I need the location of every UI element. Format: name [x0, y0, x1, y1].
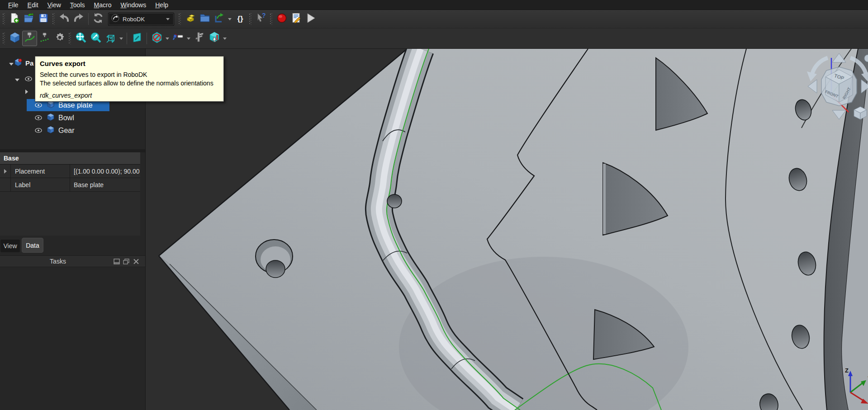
model-panel: Pa Base plate Bowl Gear Base Placement [… — [0, 49, 146, 410]
folder-button[interactable] — [198, 12, 212, 26]
tooltip-command: rdk_curves_export — [40, 92, 219, 99]
no-sign-icon — [151, 31, 163, 46]
edit-view-button[interactable] — [129, 31, 144, 46]
export-button[interactable] — [212, 12, 227, 26]
property-group-header[interactable]: Base — [0, 152, 140, 165]
robodk-logo-icon — [111, 14, 119, 24]
open-document-button[interactable] — [22, 12, 36, 26]
eye-icon[interactable] — [35, 114, 42, 122]
tab-view[interactable]: View — [0, 240, 20, 252]
yellow-stack-icon — [185, 12, 196, 26]
expander-closed-icon — [4, 169, 7, 174]
record-icon — [276, 12, 288, 26]
undo-button[interactable] — [57, 12, 71, 26]
toolbar-grip[interactable] — [3, 13, 5, 25]
whats-this-icon: ? — [255, 12, 267, 26]
toolbar-grip[interactable] — [52, 13, 55, 25]
dock-icon[interactable] — [114, 259, 120, 264]
axis-icon — [172, 31, 185, 46]
workbench-value: RoboDK — [123, 16, 165, 23]
view-cube-dropdown-arrow[interactable] — [119, 38, 123, 40]
wire-cube-icon — [104, 31, 117, 46]
menu-macro[interactable]: Macro — [90, 1, 116, 9]
run-macro-button[interactable] — [304, 12, 318, 26]
zoom-button[interactable] — [88, 31, 103, 46]
workbench-selector[interactable]: RoboDK — [108, 13, 174, 26]
tree-row-gear[interactable]: Gear — [0, 124, 146, 137]
expander-open-icon[interactable] — [15, 79, 19, 81]
new-document-button[interactable] — [7, 12, 22, 26]
eye-icon[interactable] — [35, 127, 42, 135]
edit-macro-button[interactable] — [289, 12, 304, 26]
tab-data[interactable]: Data — [22, 238, 43, 253]
new-document-icon — [9, 13, 20, 25]
curves-export-icon — [24, 32, 36, 45]
redo-icon — [73, 12, 85, 26]
3d-viewport[interactable]: TOP FRONT RIGHT Z Y X — [146, 49, 868, 410]
property-row-label[interactable]: Label Base plate — [0, 178, 140, 192]
property-value[interactable]: Base plate — [70, 178, 140, 191]
tasks-title: Tasks — [50, 258, 66, 265]
clipping-button[interactable] — [149, 31, 164, 46]
toolbar-grip[interactable] — [69, 33, 71, 44]
toolbar-grip[interactable] — [179, 13, 181, 25]
edit-script-icon — [290, 12, 302, 26]
property-name: Placement — [11, 165, 70, 178]
tree-item-label: Bowl — [58, 114, 74, 122]
save-button[interactable] — [36, 12, 51, 26]
settings-button[interactable] — [52, 31, 67, 46]
placement-axis-button[interactable] — [171, 31, 185, 46]
menu-edit[interactable]: Edit — [23, 1, 43, 9]
property-value[interactable]: [(1.00 0.00 0.00); 90.00 °;... — [70, 165, 140, 178]
toolbar-grip[interactable] — [249, 13, 252, 25]
menu-file[interactable]: File — [4, 1, 23, 9]
menu-bar: File Edit View Tools Macro Windows Help — [0, 0, 868, 10]
curves-export-button[interactable] — [22, 31, 37, 46]
whats-this-button[interactable]: ? — [254, 12, 268, 26]
python-braces-button[interactable]: {} — [233, 12, 247, 26]
undo-icon — [58, 12, 70, 26]
play-icon — [305, 12, 317, 26]
expand-arrow-cell[interactable] — [0, 165, 11, 178]
tree-row-bowl[interactable]: Bowl — [0, 112, 146, 124]
refresh-icon — [92, 12, 104, 26]
export-dropdown-arrow[interactable] — [228, 18, 232, 20]
selection-view-button[interactable] — [207, 31, 222, 46]
part-cube-icon — [47, 126, 55, 136]
selection-dropdown-arrow[interactable] — [223, 38, 227, 40]
part-cube-icon — [47, 113, 55, 123]
close-icon[interactable] — [133, 259, 139, 264]
eye-icon[interactable] — [35, 101, 42, 109]
tree-item-label: Gear — [58, 127, 75, 135]
property-row-placement[interactable]: Placement [(1.00 0.00 0.00); 90.00 °;... — [0, 165, 140, 178]
load-part-button[interactable] — [183, 12, 198, 26]
panel-divider[interactable] — [0, 149, 146, 152]
update-model-button[interactable] — [7, 31, 22, 46]
refresh-button[interactable] — [91, 12, 105, 26]
cad-scene: TOP FRONT RIGHT Z Y X — [146, 49, 868, 410]
toolbar-grip[interactable] — [3, 33, 5, 44]
menu-help[interactable]: Help — [151, 1, 173, 9]
toolbar-separator — [147, 33, 147, 44]
record-macro-button[interactable] — [275, 12, 289, 26]
fit-all-button[interactable] — [73, 31, 88, 46]
menu-windows[interactable]: Windows — [116, 1, 151, 9]
clipping-dropdown-arrow[interactable] — [166, 38, 169, 40]
expander-closed-icon[interactable] — [25, 90, 28, 94]
edit-board-icon — [131, 32, 143, 45]
expander-open-icon[interactable] — [9, 63, 14, 66]
measure-button[interactable] — [192, 31, 207, 46]
menu-view[interactable]: View — [43, 1, 66, 9]
placement-dropdown-arrow[interactable] — [187, 38, 190, 40]
redo-button[interactable] — [71, 12, 86, 26]
sidebar-splitter[interactable] — [145, 49, 146, 410]
float-icon[interactable] — [123, 259, 129, 264]
plate-hole[interactable] — [387, 194, 402, 208]
blue-cube-icon — [9, 32, 21, 45]
points-export-button[interactable] — [37, 31, 52, 46]
toolbar-grip[interactable] — [270, 13, 273, 25]
fit-all-icon — [75, 31, 87, 46]
menu-tools[interactable]: Tools — [66, 1, 90, 9]
tooltip-line: Select the curves to export in RoboDK — [40, 71, 219, 79]
view-cube-button[interactable] — [103, 31, 118, 46]
